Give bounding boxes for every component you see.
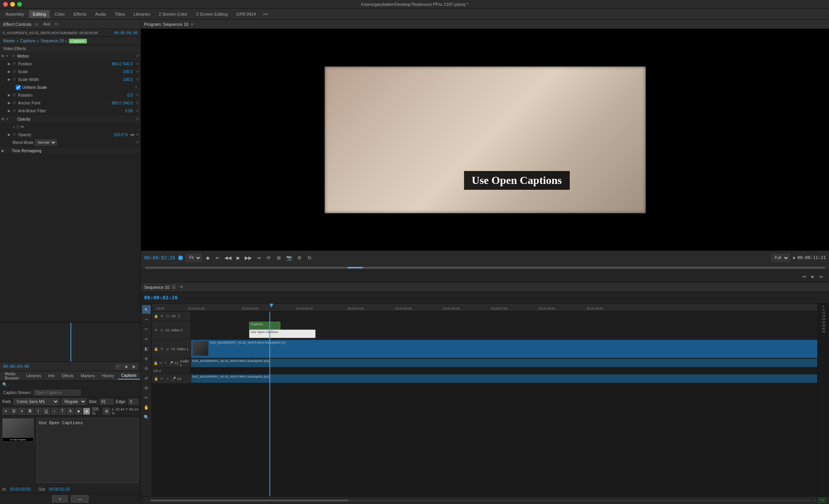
music-btn[interactable]: ♪: [51, 408, 58, 415]
tab-assembly[interactable]: Assembly: [2, 10, 28, 18]
timeline-timecode[interactable]: 00:00:02:26: [144, 295, 178, 301]
v2-area[interactable]: Captions Use Open Captions: [191, 321, 817, 339]
tab-overflow[interactable]: >>: [261, 10, 271, 18]
btn-settings[interactable]: ⚙: [295, 254, 303, 262]
position-y[interactable]: 540.0: [123, 62, 133, 66]
text-color-btn[interactable]: A: [67, 408, 74, 415]
tab-audio[interactable]: Audio: [91, 10, 110, 18]
tab-2screen-editing[interactable]: 2 Screen Editing: [192, 10, 232, 18]
tab-markers[interactable]: Markers: [78, 373, 98, 379]
v1-eye[interactable]: 👁: [159, 347, 164, 351]
opacity-header[interactable]: fx ▾ Opacity ↺: [0, 115, 141, 123]
opacity-circle-tool[interactable]: ○: [13, 124, 15, 129]
razor-tool[interactable]: ✂: [142, 325, 151, 333]
maximize-button[interactable]: [17, 2, 22, 7]
bg-color-btn[interactable]: ■: [83, 408, 90, 415]
position-x[interactable]: 960.0: [112, 62, 121, 66]
caption-stream-input[interactable]: [34, 390, 81, 396]
scrubber-handle[interactable]: [347, 267, 363, 268]
btn-play-stop[interactable]: ▶: [234, 254, 242, 262]
size-input[interactable]: [100, 399, 114, 405]
v3-lock[interactable]: 🔒: [154, 314, 158, 319]
uniform-scale-row[interactable]: Uniform Scale ↺: [0, 83, 141, 91]
a2-area[interactable]: NJS_ANJSR0GFV_4S.02_00075.MOV.Subclip002…: [191, 374, 817, 383]
anti-flicker-reset[interactable]: ↺: [136, 109, 139, 113]
select-tool[interactable]: ↖: [142, 305, 151, 314]
v1-target[interactable]: ◎: [165, 347, 170, 351]
align-right-btn[interactable]: ≡: [18, 408, 25, 415]
track-select-tool[interactable]: ◧: [142, 344, 151, 353]
opacity-rect-tool[interactable]: □: [17, 124, 20, 129]
btn-step-fwd[interactable]: ▶▶: [244, 254, 253, 262]
tab-2screen-color[interactable]: 2 Screen Color: [155, 10, 191, 18]
opacity-pen-tool[interactable]: ✏: [21, 124, 24, 130]
pen-tool[interactable]: ✏: [142, 393, 151, 402]
program-menu[interactable]: ≡: [191, 22, 193, 27]
text-size-btn[interactable]: T: [59, 408, 66, 415]
ch2-area[interactable]: [191, 368, 817, 374]
timeline-scrubber[interactable]: [141, 265, 829, 271]
motion-header[interactable]: fx ▾ ⏱ Motion ↺: [0, 52, 141, 60]
a1-area[interactable]: NJS_ANJSR0GFV_4S.02_00075.MOV.Subclip002…: [191, 358, 817, 367]
blend-mode-select[interactable]: Normal: [35, 139, 57, 146]
a2-m[interactable]: M: [159, 376, 164, 381]
transport-fwd[interactable]: ⏭: [817, 272, 826, 281]
breadcrumb-master[interactable]: Master: [3, 39, 15, 43]
fit-select[interactable]: Fit: [186, 254, 202, 262]
a1-mic[interactable]: 🎤: [169, 361, 173, 365]
v2-caption-white-clip[interactable]: Use Open Captions: [249, 329, 316, 338]
ripple-tool[interactable]: ⊸: [142, 315, 151, 324]
align-left-btn[interactable]: ≡: [2, 408, 9, 415]
edge-input[interactable]: [128, 399, 138, 405]
zoom-in-btn[interactable]: ⊕: [142, 354, 151, 363]
style-select[interactable]: Regular: [61, 398, 87, 405]
link-unlink-btn[interactable]: ⇄: [142, 374, 151, 382]
motion-reset[interactable]: ↺: [136, 54, 139, 58]
align-center-btn[interactable]: ☰: [11, 408, 18, 415]
anchor-reset[interactable]: ↺: [136, 101, 139, 105]
anti-flicker-value[interactable]: 0.00: [125, 109, 133, 113]
scale-reset[interactable]: ↺: [136, 70, 139, 74]
tab-effects[interactable]: Effects: [70, 10, 90, 18]
tab-color[interactable]: Color: [51, 10, 69, 18]
tab-gfb[interactable]: GFB 0914: [232, 10, 260, 18]
scale-row[interactable]: ▶ ⏱ Scale 100.0 ↺: [0, 68, 141, 76]
tl-zoom-out[interactable]: -: [144, 498, 149, 503]
a1-m[interactable]: M: [159, 361, 163, 365]
v3-sync[interactable]: ⊡: [165, 314, 170, 319]
btn-go-in[interactable]: ⇤: [213, 254, 222, 262]
a2-s[interactable]: S: [165, 376, 170, 381]
slip-tool[interactable]: ⇔: [142, 335, 151, 343]
uniform-scale-reset[interactable]: ↺: [134, 85, 137, 89]
time-remapping-header[interactable]: ▶ Time Remapping: [0, 147, 141, 155]
scale-width-value[interactable]: 100.0: [123, 77, 133, 82]
in-time[interactable]: 00:00:00:00: [10, 487, 31, 491]
add-caption-btn[interactable]: +: [52, 495, 68, 502]
italic-btn[interactable]: I: [35, 408, 42, 415]
btn-export-frame[interactable]: 📷: [285, 254, 293, 262]
blend-reset[interactable]: ↺: [136, 140, 139, 144]
rotation-row[interactable]: ▶ ⏱ Rotation 0.0 ↺: [0, 91, 141, 99]
ec-add-keyframe[interactable]: +: [115, 364, 121, 369]
rotation-value[interactable]: 0.0: [127, 93, 133, 97]
ec-prev-keyframe[interactable]: ◀: [123, 364, 129, 369]
scale-width-reset[interactable]: ↺: [136, 77, 139, 81]
anchor-point-row[interactable]: ▶ ⏱ Anchor Point 960.0 540.0 ↺: [0, 99, 141, 107]
btn-loop[interactable]: ⟳: [264, 254, 273, 262]
opacity-reset[interactable]: ↺: [136, 117, 139, 121]
bg-rect-btn[interactable]: ■: [75, 408, 82, 415]
tab-titles[interactable]: Titles: [111, 10, 129, 18]
a1-s[interactable]: S: [164, 361, 167, 365]
a1-lock[interactable]: 🔒: [154, 361, 158, 365]
v2-eye[interactable]: 👁: [154, 328, 158, 333]
tab-history[interactable]: History: [99, 373, 117, 379]
overflow-btn[interactable]: >>: [54, 22, 59, 26]
position-row[interactable]: ▶ ⏱ Position 960.0 540.0 ↺: [0, 60, 141, 68]
search-input[interactable]: [9, 382, 138, 387]
caption-text-area[interactable]: Use Open Captions: [37, 418, 138, 483]
tl-zoom-slider[interactable]: [150, 500, 811, 501]
position-grid-btn[interactable]: ⊞: [103, 408, 110, 415]
scale-value[interactable]: 100.0: [123, 70, 133, 74]
ec-next-keyframe[interactable]: ▶: [131, 364, 137, 369]
tl-fit-btn[interactable]: Fit: [818, 498, 826, 503]
